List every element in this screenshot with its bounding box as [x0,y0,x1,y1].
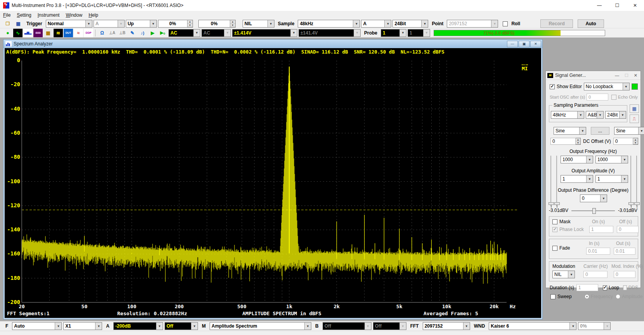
a-axis-label: A [104,323,112,329]
trigger-level-spinner[interactable]: 0%▲▼ [158,20,193,28]
dc-offset-a-spinner[interactable]: ▲▼ [576,138,581,145]
menu-instrument[interactable]: Instrument [35,12,63,19]
app-close-button[interactable]: ✕ [626,0,644,11]
sound-output-icon[interactable]: ♪) [138,29,147,37]
multimeter-icon[interactable]: 888 [33,29,43,37]
dc-offset-b-spinner[interactable]: ▲▼ [633,138,638,145]
output-level-b-fine-slider[interactable] [636,156,637,206]
sweep-checkbox[interactable] [550,294,555,299]
generator-run-button[interactable] [632,83,638,90]
y-tick-label: -20 [5,81,20,87]
generator-titlebar[interactable]: ≋ Signal Gener... — ☐ ✕ [546,71,641,80]
app-titlebar[interactable]: Multi-Instrument Pro 3.8 - [+3DP+DLG+LCR… [0,0,644,11]
mask-off-input: 0 [617,226,639,233]
view-toolbar: F Auto▼ X1▼ A -200dB▼ Off▼ M Amplitude S… [0,321,644,331]
app-minimize-button[interactable]: — [590,0,608,11]
a-range-select[interactable]: -200dB▼ [113,322,163,330]
zoom-select[interactable]: X1▼ [63,322,102,330]
channel-select[interactable]: A▼ [361,20,391,28]
balance-slider-handle[interactable] [592,208,596,214]
spectrum-analyzer-icon[interactable]: ▃▆▂ [23,29,33,37]
waveform-library-icon[interactable]: ⎍ [630,115,639,123]
generator-maximize-button[interactable]: ☐ [625,73,628,78]
marker-a-icon[interactable]: ⊥A [108,29,117,37]
play-loop-icon[interactable]: ▶ₒ [158,29,167,37]
waveform-a-select[interactable]: Sine▼ [554,127,586,135]
spectrum-close-button[interactable]: ✕ [530,41,541,47]
generator-minimize-button[interactable]: — [615,73,619,78]
run-indicator-icon[interactable]: ● [3,29,12,37]
pre-trigger-spinner[interactable]: 0%▲▼ [198,20,236,28]
hpf-select[interactable]: NIL▼ [243,20,274,28]
generator-close-button[interactable]: ✕ [634,73,637,78]
derived-data-icon[interactable]: ≈ [74,29,83,37]
trigger-edge-select[interactable]: Up▼ [126,20,157,28]
range-a-select[interactable]: ±1.414V▼ [232,29,297,37]
generator-save-icon[interactable]: ▦ [630,104,639,113]
output-level-a-fine-slider-handle[interactable] [554,202,560,205]
save-file-icon[interactable]: ▦ [14,19,23,28]
output-level-b-fine-slider-handle[interactable] [634,202,640,205]
phase-difference-select[interactable]: 0▼ [580,194,607,202]
bit-depth-select[interactable]: 24Bit▼ [392,20,428,28]
spectrum-window-titlebar[interactable]: Spectrum Analyzer — ▣ ✕ [3,40,542,48]
fade-checkbox[interactable] [552,246,557,251]
menu-window[interactable]: Window [62,12,85,19]
generator-sample-rate-select[interactable]: 48kHz▼ [551,111,584,119]
a-reference-select[interactable]: Off▼ [165,322,198,330]
loop-checkbox[interactable] [603,285,607,290]
show-editor-checkbox[interactable] [550,84,555,89]
fade-label: Fade [559,245,570,251]
dc-offset-b-input[interactable]: 0 [613,138,633,145]
fft-size-select[interactable]: 2097152▼ [423,322,470,330]
y-tick-label: 0 [5,57,20,63]
roll-checkbox[interactable] [503,21,508,26]
spectrum-restore-button[interactable]: ▣ [519,41,529,47]
ddp-viewer-icon[interactable]: DDP [84,29,93,37]
menu-help[interactable]: Help [85,12,101,19]
generator-bits-select[interactable]: 24Bit▼ [605,111,626,119]
amplitude-b-select[interactable]: 1▼ [595,175,628,183]
marker-b-icon[interactable]: ⊥B [118,29,127,37]
sample-rate-select[interactable]: 48kHz▼ [298,20,360,28]
frequency-axis-select[interactable]: Auto▼ [12,322,62,330]
xy-plot-icon[interactable]: ▦ [43,29,53,37]
waveform-more-button[interactable]: ... [591,127,609,135]
output-level-a-fine-slider[interactable] [556,156,557,206]
loopback-select[interactable]: No Loopback▼ [584,83,630,90]
frequency-b-select[interactable]: 1000▼ [595,156,628,163]
frequency-a-select[interactable]: 1000▼ [561,156,593,163]
display-mode-select[interactable]: Amplitude Spectrum▼ [210,322,311,330]
output-level-a-slider-handle[interactable] [549,202,554,205]
open-file-icon[interactable]: ❒ [3,19,12,28]
amplitude-a-select[interactable]: 1▼ [561,175,593,183]
mask-off-label: Off (s) [619,219,632,224]
generator-channels-select[interactable]: A&B▼ [586,111,604,119]
trigger-mode-select[interactable]: Normal▼ [46,20,92,28]
probe-calibration-icon[interactable]: ✎ [128,29,137,37]
app-maximize-button[interactable]: ☐ [608,0,626,11]
calibration-icon[interactable]: Ω [97,29,107,37]
modulation-mode-select[interactable]: NIL▼ [552,271,575,278]
echo-only-checkbox [611,95,616,100]
waveform-b-select[interactable]: Sine▼ [614,127,644,135]
signal-generator-icon[interactable]: ≋ [54,29,63,37]
probe-a-select[interactable]: 1▼ [381,29,406,37]
output-level-a-slider[interactable] [550,156,551,206]
output-level-b-slider-handle[interactable] [628,202,634,205]
spectrum-minimize-button[interactable]: — [507,41,518,47]
menu-setting[interactable]: Setting [14,12,34,19]
dc-offset-a-input[interactable]: 0 [550,138,576,145]
coupling-a-select[interactable]: AC▼ [168,29,200,37]
window-function-select[interactable]: Kaiser 6▼ [489,322,576,330]
oscilloscope-icon[interactable]: ∿ [13,29,23,37]
dds-checkbox [623,285,627,290]
mask-checkbox[interactable] [552,219,557,224]
play-icon[interactable]: ▶ [148,29,157,37]
menu-file[interactable]: File [0,12,14,19]
status-strip [0,331,644,335]
auto-button[interactable]: Auto [578,19,604,28]
output-level-b-slider[interactable] [630,156,631,206]
device-test-plan-icon[interactable]: DUT [64,29,73,37]
duration-label: Duration (s) [550,285,574,290]
